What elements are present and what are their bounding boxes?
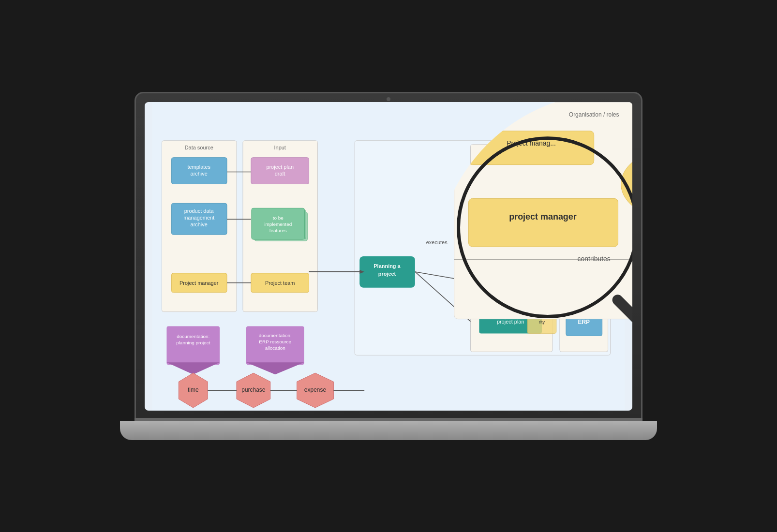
doc-erp: documentation: [259, 333, 292, 338]
svg-text:contributes: contributes [578, 255, 611, 263]
laptop-screen: Data source Input Organisation / roles O… [145, 102, 632, 411]
svg-text:planning project: planning project [176, 340, 210, 345]
svg-text:allocation: allocation [265, 345, 285, 351]
input-label: Input [274, 145, 286, 150]
svg-text:draft: draft [275, 171, 285, 177]
templates-archive: templates [187, 164, 210, 170]
svg-text:features: features [269, 228, 287, 233]
svg-text:archive: archive [191, 171, 208, 177]
project-plan-draft: project plan [266, 164, 294, 170]
executes-label: executes [426, 239, 448, 245]
laptop: Data source Input Organisation / roles O… [134, 92, 643, 440]
laptop-base [120, 421, 657, 440]
laptop-body: Data source Input Organisation / roles O… [134, 92, 643, 421]
camera-dot [387, 97, 390, 101]
doc-planning: documentation: [177, 334, 209, 339]
data-source-label: Data source [185, 145, 213, 150]
svg-text:rity: rity [539, 320, 545, 325]
svg-text:archive: archive [191, 222, 208, 227]
planning-project: Planning a [374, 263, 401, 269]
time-hex: time [188, 386, 199, 393]
features-label: to be [273, 215, 284, 221]
purchase-hex: purchase [241, 386, 266, 393]
svg-text:Organisation / roles: Organisation / roles [569, 111, 619, 118]
project-team: Project team [265, 280, 295, 286]
erp: ERP [578, 319, 590, 325]
svg-rect-59 [468, 198, 618, 247]
project-plan-output: project plan [497, 319, 524, 325]
product-data-archive: product data [184, 208, 214, 214]
svg-text:ERP ressource: ERP ressource [259, 339, 291, 344]
svg-text:implemented: implemented [264, 222, 292, 227]
expense-hex: expense [304, 386, 327, 393]
svg-text:project: project [378, 271, 396, 277]
svg-text:project manager: project manager [509, 212, 577, 222]
project-manager-ds: Project manager [179, 280, 219, 286]
svg-text:management: management [183, 215, 214, 221]
